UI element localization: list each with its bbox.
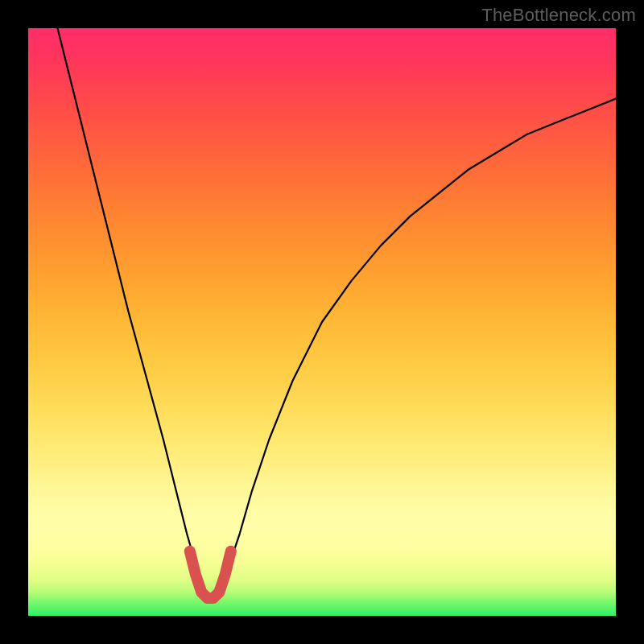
watermark-text: TheBottleneck.com (481, 5, 636, 26)
plot-area (28, 28, 616, 616)
bottleneck-curve (58, 28, 617, 598)
minimum-marker (190, 551, 231, 598)
curve-layer (28, 28, 616, 616)
chart-frame: TheBottleneck.com (0, 0, 644, 644)
